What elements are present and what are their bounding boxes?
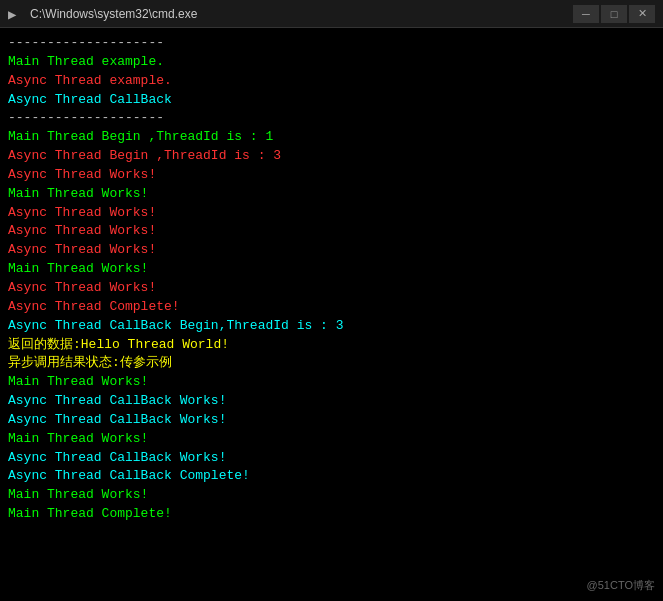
terminal-line: Async Thread Works! [8,222,655,241]
watermark: @51CTO博客 [587,578,655,593]
terminal-line: Main Thread Works! [8,373,655,392]
close-button[interactable]: ✕ [629,5,655,23]
terminal-line: -------------------- [8,34,655,53]
titlebar: ▶ C:\Windows\system32\cmd.exe ─ □ ✕ [0,0,663,28]
terminal-line: Main Thread Works! [8,185,655,204]
terminal-line: Async Thread CallBack Works! [8,392,655,411]
terminal-line: Main Thread Works! [8,430,655,449]
maximize-button[interactable]: □ [601,5,627,23]
terminal-line: Async Thread Works! [8,204,655,223]
terminal-line: Async Thread CallBack Works! [8,411,655,430]
terminal-line: Main Thread Begin ,ThreadId is : 1 [8,128,655,147]
terminal-line: Main Thread Works! [8,486,655,505]
titlebar-title: C:\Windows\system32\cmd.exe [30,7,567,21]
titlebar-controls: ─ □ ✕ [573,5,655,23]
terminal: --------------------Main Thread example.… [0,28,663,601]
terminal-line: Async Thread Works! [8,241,655,260]
minimize-button[interactable]: ─ [573,5,599,23]
terminal-line: -------------------- [8,109,655,128]
terminal-line: Async Thread Works! [8,166,655,185]
terminal-line: Main Thread example. [8,53,655,72]
terminal-line: Async Thread Works! [8,279,655,298]
terminal-line: Async Thread CallBack Begin,ThreadId is … [8,317,655,336]
terminal-line: Async Thread CallBack Works! [8,449,655,468]
terminal-line: 异步调用结果状态:传参示例 [8,354,655,373]
terminal-line: Main Thread Works! [8,260,655,279]
terminal-line: Async Thread CallBack Complete! [8,467,655,486]
terminal-line: Async Thread example. [8,72,655,91]
terminal-line: Main Thread Complete! [8,505,655,524]
titlebar-icon: ▶ [8,6,24,22]
terminal-line: 返回的数据:Hello Thread World! [8,336,655,355]
terminal-line: Async Thread Begin ,ThreadId is : 3 [8,147,655,166]
terminal-line: Async Thread Complete! [8,298,655,317]
terminal-line: Async Thread CallBack [8,91,655,110]
